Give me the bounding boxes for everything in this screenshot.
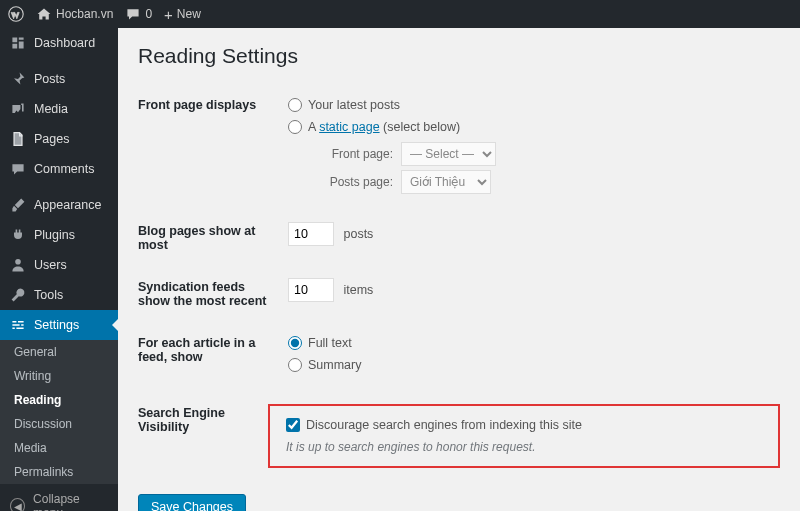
media-icon (10, 101, 26, 117)
sidebar-item-label: Dashboard (34, 36, 95, 50)
submenu-item-discussion[interactable]: Discussion (0, 412, 118, 436)
sidebar-item-dashboard[interactable]: Dashboard (0, 28, 118, 58)
submenu-item-permalinks[interactable]: Permalinks (0, 460, 118, 484)
admin-sidebar: DashboardPostsMediaPagesCommentsAppearan… (0, 28, 118, 511)
new-label: New (177, 7, 201, 21)
label-syndication: Syndication feeds show the most recent (138, 266, 288, 322)
radio-summary[interactable] (288, 358, 302, 372)
input-posts-per-page[interactable] (288, 222, 334, 246)
sidebar-item-label: Settings (34, 318, 79, 332)
static-page-link[interactable]: static page (319, 120, 379, 134)
unit-items: items (343, 283, 373, 297)
sidebar-item-label: Plugins (34, 228, 75, 242)
submenu-item-general[interactable]: General (0, 340, 118, 364)
sidebar-item-pages[interactable]: Pages (0, 124, 118, 154)
page-icon (10, 131, 26, 147)
radio-summary-label: Summary (308, 358, 361, 372)
page-title: Reading Settings (138, 44, 780, 68)
sidebar-item-plugins[interactable]: Plugins (0, 220, 118, 250)
submenu-item-writing[interactable]: Writing (0, 364, 118, 388)
collapse-menu[interactable]: ◀ Collapse menu (0, 484, 118, 511)
posts-page-select-label: Posts page: (328, 175, 393, 189)
search-visibility-highlight: Discourage search engines from indexing … (268, 404, 780, 468)
admin-bar: Hocban.vn 0 + New (0, 0, 800, 28)
sidebar-item-tools[interactable]: Tools (0, 280, 118, 310)
submenu-item-media[interactable]: Media (0, 436, 118, 460)
label-blog-pages: Blog pages show at most (138, 210, 288, 266)
submenu-item-reading[interactable]: Reading (0, 388, 118, 412)
settings-submenu: GeneralWritingReadingDiscussionMediaPerm… (0, 340, 118, 484)
label-front-page: Front page displays (138, 84, 288, 210)
sidebar-item-label: Media (34, 102, 68, 116)
label-search-visibility: Search Engine Visibility (138, 392, 288, 480)
wrench-icon (10, 287, 26, 303)
home-icon (36, 6, 52, 22)
brush-icon (10, 197, 26, 213)
posts-page-select[interactable]: Giới Thiệu (401, 170, 491, 194)
user-icon (10, 257, 26, 273)
site-name-link[interactable]: Hocban.vn (36, 6, 113, 22)
radio-latest-label: Your latest posts (308, 98, 400, 112)
sliders-icon (10, 317, 26, 333)
sidebar-item-label: Appearance (34, 198, 101, 212)
input-posts-per-rss[interactable] (288, 278, 334, 302)
front-page-select[interactable]: — Select — (401, 142, 496, 166)
sidebar-item-label: Users (34, 258, 67, 272)
sidebar-item-media[interactable]: Media (0, 94, 118, 124)
save-button[interactable]: Save Changes (138, 494, 246, 511)
comment-icon (125, 6, 141, 22)
radio-full-text[interactable] (288, 336, 302, 350)
comment-icon (10, 161, 26, 177)
wp-logo[interactable] (8, 6, 24, 22)
site-name: Hocban.vn (56, 7, 113, 21)
sidebar-item-posts[interactable]: Posts (0, 64, 118, 94)
unit-posts: posts (343, 227, 373, 241)
plus-icon: + (164, 7, 173, 22)
plug-icon (10, 227, 26, 243)
sidebar-item-comments[interactable]: Comments (0, 154, 118, 184)
comments-link[interactable]: 0 (125, 6, 152, 22)
pin-icon (10, 71, 26, 87)
sidebar-item-users[interactable]: Users (0, 250, 118, 280)
sidebar-item-label: Pages (34, 132, 69, 146)
sidebar-item-settings[interactable]: Settings (0, 310, 118, 340)
new-content-link[interactable]: + New (164, 7, 201, 22)
wordpress-icon (8, 6, 24, 22)
dashboard-icon (10, 35, 26, 51)
content-area: Reading Settings Front page displays You… (118, 28, 800, 511)
sidebar-item-appearance[interactable]: Appearance (0, 190, 118, 220)
radio-latest-posts[interactable] (288, 98, 302, 112)
collapse-label: Collapse menu (33, 492, 108, 511)
front-page-select-label: Front page: (328, 147, 393, 161)
checkbox-discourage-label: Discourage search engines from indexing … (306, 418, 582, 432)
sidebar-item-label: Posts (34, 72, 65, 86)
static-suffix: (select below) (380, 120, 461, 134)
comments-count: 0 (145, 7, 152, 21)
search-visibility-desc: It is up to search engines to honor this… (286, 440, 762, 454)
sidebar-item-label: Comments (34, 162, 94, 176)
radio-full-label: Full text (308, 336, 352, 350)
label-feed-show: For each article in a feed, show (138, 322, 288, 392)
static-prefix: A (308, 120, 319, 134)
checkbox-discourage-indexing[interactable] (286, 418, 300, 432)
sidebar-item-label: Tools (34, 288, 63, 302)
radio-static-page[interactable] (288, 120, 302, 134)
collapse-icon: ◀ (10, 498, 25, 511)
